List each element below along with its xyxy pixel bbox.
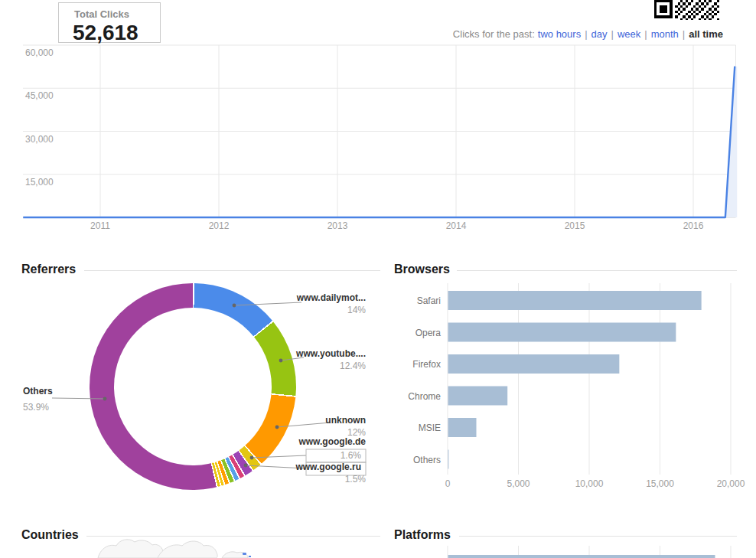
svg-text:2015: 2015 (565, 220, 585, 231)
referrer-label-google-ru: www.google.ru 1.5% (259, 462, 366, 485)
referrer-label-others: Others 53.9% (23, 387, 115, 413)
svg-text:MSIE: MSIE (419, 423, 441, 433)
referrer-label-youtube: www.youtube.... 12.4% (259, 349, 366, 371)
svg-text:60,000: 60,000 (25, 47, 54, 58)
referrer-pct: 53.9% (23, 403, 115, 413)
referrer-name: www.google.ru (259, 462, 361, 472)
countries-map-and-platforms-chart (0, 520, 756, 558)
referrer-label-unknown: unknown 12% (259, 416, 366, 438)
svg-text:2016: 2016 (683, 220, 704, 231)
svg-text:Firefox: Firefox (412, 359, 441, 370)
goo-gl-analytics-page: Total Clicks 52,618 Clicks for the past:… (0, 0, 756, 558)
countries-map-sliver (98, 540, 248, 558)
referrer-pct: 14% (259, 305, 366, 315)
referrer-label-google-de: www.google.de 1.6% (259, 437, 366, 461)
svg-text:15,000: 15,000 (646, 478, 674, 489)
clicks-over-time-line-chart: 20112012201320142015201660,00045,00030,0… (0, 0, 756, 239)
svg-text:10,000: 10,000 (575, 478, 604, 489)
svg-text:0: 0 (445, 478, 451, 489)
referrer-label-dailymotion: www.dailymot... 14% (259, 293, 366, 315)
svg-text:Opera: Opera (415, 328, 442, 338)
referrers-donut-hole (114, 308, 272, 465)
svg-text:Safari: Safari (417, 295, 441, 306)
svg-text:2011: 2011 (90, 220, 110, 231)
svg-text:2014: 2014 (446, 220, 467, 231)
svg-text:2013: 2013 (327, 220, 348, 231)
browsers-title: Browsers (394, 263, 450, 276)
referrer-pct: 12.4% (259, 361, 366, 371)
referrer-name: www.youtube.... (259, 349, 366, 359)
svg-text:30,000: 30,000 (25, 134, 54, 145)
svg-text:Others: Others (413, 455, 441, 465)
platforms-top-bar (448, 555, 715, 558)
svg-text:20,000: 20,000 (717, 478, 745, 489)
referrer-name: Others (23, 387, 115, 396)
svg-text:2012: 2012 (209, 220, 230, 231)
referrer-pct: 1.6% (259, 451, 361, 461)
svg-text:5,000: 5,000 (507, 478, 530, 489)
svg-text:Chrome: Chrome (408, 391, 441, 402)
svg-text:45,000: 45,000 (25, 90, 54, 101)
svg-text:15,000: 15,000 (25, 177, 54, 188)
referrer-name: www.dailymot... (259, 293, 366, 303)
referrers-rule (84, 270, 380, 271)
referrer-pct: 1.5% (259, 475, 366, 485)
browsers-bar-chart: 05,00010,00015,00020,000SafariOperaFiref… (383, 276, 756, 498)
referrers-title: Referrers (21, 263, 76, 276)
browsers-rule (457, 270, 737, 271)
referrer-name: www.google.de (259, 437, 366, 447)
referrer-name: unknown (259, 416, 366, 426)
